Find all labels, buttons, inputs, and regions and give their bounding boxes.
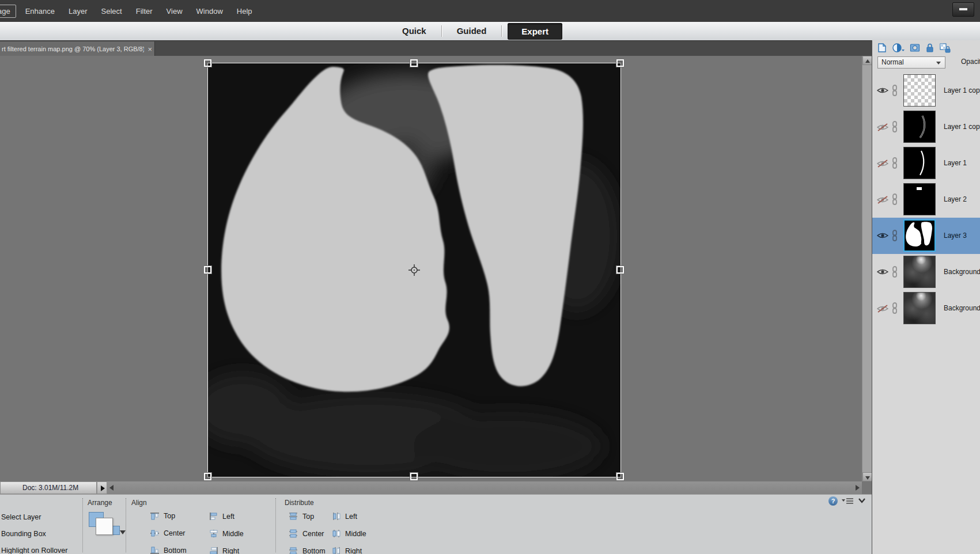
link-icon[interactable] [891, 85, 898, 96]
document-title: rt filtered terrain map.png @ 70% (Layer… [0, 45, 144, 52]
distribute-top-icon [288, 512, 298, 521]
layer-list: Layer 1 copy Layer 1 cop [872, 73, 980, 327]
transform-handle-middle-right[interactable] [616, 266, 624, 274]
layer-thumbnail[interactable] [903, 74, 936, 107]
menu-view[interactable]: View [160, 5, 190, 17]
lock-icon[interactable] [925, 43, 934, 53]
menu-layer[interactable]: Layer [62, 5, 94, 17]
link-icon[interactable] [891, 121, 898, 132]
link-icon[interactable] [891, 266, 898, 278]
layer-row[interactable]: Layer 1 copy [872, 73, 980, 109]
transform-handle-bottom-right[interactable] [616, 473, 624, 480]
menu-image[interactable]: age [0, 5, 16, 18]
align-middle-button[interactable]: Middle [209, 529, 244, 538]
adjustment-layer-icon[interactable] [892, 43, 905, 53]
visibility-off-icon[interactable] [877, 159, 888, 168]
visibility-off-icon[interactable] [877, 195, 888, 204]
link-icon[interactable] [891, 157, 898, 169]
transform-handle-top-middle[interactable] [410, 59, 418, 67]
visibility-off-icon[interactable] [877, 304, 888, 313]
opacity-label[interactable]: Opacity [961, 58, 980, 66]
visibility-on-icon[interactable] [877, 268, 888, 276]
layer-name[interactable]: Background [944, 268, 980, 276]
transform-handle-middle-left[interactable] [204, 266, 211, 274]
layer-name[interactable]: Layer 2 [944, 195, 967, 203]
distribute-left-button[interactable]: Left [332, 512, 357, 521]
image-canvas[interactable] [208, 63, 620, 477]
collapse-chevron-icon[interactable] [857, 496, 867, 505]
align-right-button[interactable]: Right [209, 547, 239, 554]
layer-thumbnail[interactable] [903, 219, 936, 252]
canvas-area[interactable] [0, 56, 862, 481]
layer-row[interactable]: Background [872, 290, 980, 327]
align-bottom-button[interactable]: Bottom [150, 547, 187, 554]
toggle-bounding-box[interactable]: Bounding Box [1, 530, 46, 538]
panel-menu-icon[interactable] [841, 497, 854, 505]
layer-row[interactable]: Layer 1 copy [872, 109, 980, 145]
layer-row[interactable]: Layer 2 [872, 181, 980, 218]
layer-name[interactable]: Layer 1 copy [944, 86, 980, 94]
layer-thumbnail[interactable] [903, 111, 936, 143]
scroll-down-button[interactable] [862, 472, 872, 481]
layer-row-selected[interactable]: Layer 3 [872, 218, 980, 254]
layer-thumbnail[interactable] [903, 183, 936, 215]
distribute-middle-button[interactable]: Middle [332, 529, 366, 538]
toggle-select-layer[interactable]: Select Layer [1, 513, 41, 521]
scroll-right-icon[interactable] [856, 485, 860, 491]
arrange-button[interactable] [86, 510, 124, 542]
align-center-button[interactable]: Center [150, 529, 186, 537]
visibility-on-icon[interactable] [877, 86, 888, 94]
distribute-top-button[interactable]: Top [288, 512, 314, 521]
lock-transparent-pixels-icon[interactable] [940, 43, 951, 53]
status-popup-button[interactable] [97, 481, 107, 494]
blend-mode-value: Normal [881, 58, 904, 66]
scroll-up-button[interactable] [862, 56, 872, 65]
layer-name[interactable]: Background [944, 304, 980, 312]
menu-bar: age Enhance Layer Select Filter View Win… [0, 0, 980, 22]
link-icon[interactable] [891, 193, 898, 205]
vertical-scrollbar[interactable] [862, 56, 872, 481]
layer-thumbnail[interactable] [903, 292, 936, 324]
layer-name[interactable]: Layer 3 [944, 232, 967, 240]
align-top-button[interactable]: Top [150, 512, 175, 520]
transform-handle-bottom-left[interactable] [204, 473, 211, 480]
help-icon[interactable]: ? [828, 496, 838, 506]
menu-filter[interactable]: Filter [129, 5, 160, 17]
menu-enhance[interactable]: Enhance [18, 5, 62, 17]
horizontal-scrollbar[interactable] [107, 481, 862, 494]
visibility-on-icon[interactable] [877, 232, 888, 240]
menu-window[interactable]: Window [190, 5, 230, 17]
layer-name[interactable]: Layer 1 copy [944, 123, 980, 131]
close-tab-icon[interactable]: × [147, 45, 152, 53]
tab-expert[interactable]: Expert [508, 23, 562, 40]
layer-mask-icon[interactable] [910, 43, 920, 53]
visibility-off-icon[interactable] [877, 123, 888, 132]
distribute-right-button[interactable]: Right [332, 547, 362, 554]
link-icon[interactable] [891, 302, 898, 314]
layer-row[interactable]: Layer 1 [872, 145, 980, 181]
minimize-button[interactable] [952, 2, 974, 17]
menu-help[interactable]: Help [230, 5, 259, 17]
align-left-button[interactable]: Left [209, 512, 234, 521]
distribute-center-button[interactable]: Center [288, 529, 324, 538]
transform-handle-top-left[interactable] [204, 59, 211, 67]
tab-guided[interactable]: Guided [442, 22, 502, 40]
distribute-right-label: Right [345, 547, 362, 554]
toggle-highlight-on-rollover[interactable]: Highlight on Rollover [1, 547, 67, 554]
layer-name[interactable]: Layer 1 [944, 159, 967, 167]
document-tab[interactable]: rt filtered terrain map.png @ 70% (Layer… [0, 41, 155, 56]
layer-thumbnail[interactable] [903, 256, 936, 288]
document-tab-bar: rt filtered terrain map.png @ 70% (Layer… [0, 40, 872, 56]
align-center-label: Center [164, 529, 186, 537]
distribute-bottom-button[interactable]: Bottom [288, 547, 326, 554]
transform-handle-bottom-middle[interactable] [410, 473, 418, 480]
scroll-left-icon[interactable] [109, 485, 113, 491]
new-layer-icon[interactable] [877, 43, 887, 53]
layer-row[interactable]: Background [872, 254, 980, 290]
link-icon[interactable] [891, 230, 898, 241]
menu-select[interactable]: Select [94, 5, 129, 17]
blend-mode-select[interactable]: Normal [877, 56, 945, 69]
layer-thumbnail[interactable] [903, 147, 936, 179]
transform-handle-top-right[interactable] [616, 59, 624, 67]
tab-quick[interactable]: Quick [387, 22, 441, 40]
